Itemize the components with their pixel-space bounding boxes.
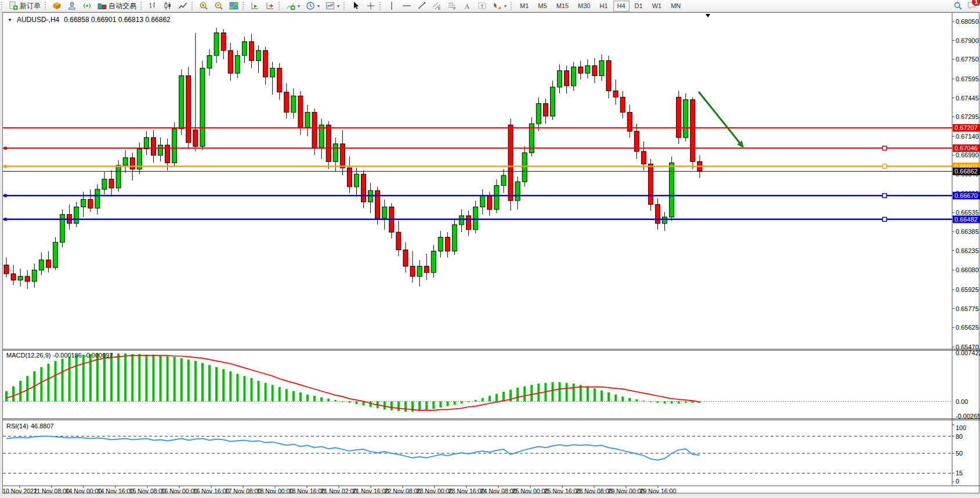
line-handle-right[interactable] (883, 164, 887, 168)
timeframe-h4-button[interactable]: H4 (613, 1, 630, 12)
date-label: 18 Nov 00:00 (257, 488, 294, 494)
line-handle-left[interactable] (4, 194, 7, 197)
chevron-down-icon[interactable]: ▾ (337, 3, 339, 9)
signals-button[interactable] (79, 0, 95, 12)
candle-up (144, 138, 149, 149)
line-handle-right[interactable] (883, 217, 887, 221)
templates-button[interactable]: ▾ (323, 0, 342, 12)
candlestick-chart-button[interactable] (160, 0, 175, 12)
macd-histogram-bar (5, 391, 8, 402)
zoom-out-button[interactable] (211, 0, 226, 12)
horizontal-level-line[interactable] (3, 194, 952, 198)
new-order-button[interactable]: 新订单 (6, 0, 44, 12)
macd-histogram-bar (152, 355, 154, 401)
candle-down (677, 97, 681, 138)
symbol-period-label: AUDUSD-,H4 (17, 16, 59, 24)
price-tick-label: 0.67445 (956, 95, 979, 102)
timeframe-d1-button[interactable]: D1 (631, 1, 647, 12)
horizontal-line-icon (402, 1, 411, 10)
rsi-tick-label: 15 (956, 470, 963, 477)
candle-up (572, 67, 576, 86)
chart-shift-marker-icon[interactable] (706, 14, 710, 17)
periods-button[interactable]: ▾ (303, 0, 323, 12)
macd-tick-label: -0.002651 (956, 413, 980, 420)
chart-shift-button[interactable] (262, 0, 277, 12)
chevron-down-icon[interactable]: ▾ (298, 3, 300, 9)
candle-down (347, 168, 352, 187)
chevron-down-icon[interactable]: ▾ (317, 3, 320, 9)
candle-up (291, 96, 296, 112)
chevron-down-icon[interactable]: ▾ (504, 3, 507, 9)
crosshair-button[interactable] (363, 0, 378, 12)
line-handle-right[interactable] (883, 194, 887, 198)
timeframe-w1-button[interactable]: W1 (648, 1, 666, 12)
chart-canvas[interactable]: 0.680500.679000.677500.675950.674450.672… (3, 13, 980, 494)
window-menu-icon[interactable]: ▼ (8, 17, 12, 23)
fibonacci-button[interactable]: F (444, 0, 460, 12)
vertical-line-button[interactable] (384, 0, 399, 12)
date-label: 28 Nov 08:00 (576, 488, 613, 494)
macd-main-value: -0.000186 (53, 352, 82, 359)
candle-up (382, 207, 387, 219)
timeframe-m5-button[interactable]: M5 (534, 1, 551, 12)
horizontal-level-line[interactable] (3, 164, 952, 168)
candle-down (4, 265, 9, 274)
macd-histogram-bar (418, 402, 421, 412)
timeframe-m1-button[interactable]: M1 (516, 1, 533, 12)
ohlc-values: 0.66858 0.66901 0.66813 0.66862 (64, 16, 171, 24)
new-chart-button[interactable] (49, 0, 64, 12)
line-handle-left[interactable] (4, 147, 7, 150)
text-label-button[interactable]: T (475, 0, 490, 12)
trendline-button[interactable] (414, 0, 429, 12)
cursor-icon (351, 1, 360, 10)
trendline-icon (417, 1, 426, 10)
bar-chart-button[interactable] (145, 0, 160, 12)
candle-up (95, 189, 100, 208)
svg-text:0.67207: 0.67207 (954, 124, 978, 131)
macd-histogram-bar (348, 402, 350, 403)
autotrading-button[interactable]: 自动交易 (95, 0, 139, 12)
auto-scroll-button[interactable] (247, 0, 262, 12)
equidistant-channel-button[interactable]: E (429, 0, 444, 12)
horizontal-line-button[interactable] (399, 0, 414, 12)
line-chart-button[interactable] (175, 0, 190, 12)
candle-down (424, 266, 429, 273)
line-handle-right[interactable] (883, 146, 887, 150)
macd-histogram-bar (306, 395, 309, 402)
cursor-button[interactable] (348, 0, 363, 12)
candle-down (690, 100, 695, 162)
macd-signal-value: -0.000097 (84, 352, 113, 359)
timeframe-mn-button[interactable]: MN (667, 1, 685, 12)
rsi-line (6, 436, 700, 460)
new-order-icon (9, 1, 18, 10)
date-label: 21 Nov 02:00 (321, 488, 357, 494)
notifications-button[interactable]: 1 (967, 1, 977, 12)
text-button[interactable]: A (460, 0, 475, 12)
macd-histogram-bar (453, 402, 455, 405)
macd-name: MACD(12,26,9) (6, 352, 50, 359)
macd-pane (5, 353, 701, 412)
zoom-in-button[interactable] (196, 0, 211, 12)
candle-down (228, 50, 233, 73)
candle-down (592, 66, 597, 75)
candle-up (235, 56, 240, 73)
timeframe-h1-button[interactable]: H1 (595, 1, 612, 12)
tile-windows-button[interactable] (226, 0, 241, 12)
trend-arrow-annotation[interactable] (699, 92, 744, 148)
macd-histogram-bar (587, 387, 589, 402)
macd-histogram-bar (496, 394, 498, 402)
line-handle-left[interactable] (4, 218, 7, 221)
search-icon[interactable] (953, 1, 963, 10)
line-handle-left[interactable] (4, 165, 7, 168)
timeframe-m15-button[interactable]: M15 (552, 1, 573, 12)
candle-up (494, 186, 499, 210)
candle-up (473, 207, 478, 230)
timeframe-m30-button[interactable]: M30 (574, 1, 594, 12)
indicators-button[interactable]: ▾ (283, 0, 303, 12)
candle-up (515, 182, 520, 201)
arrows-button[interactable]: ▾ (490, 0, 509, 12)
bar-chart-icon (148, 1, 157, 10)
text-label-icon: T (478, 1, 487, 10)
toolbar-grip (243, 2, 245, 10)
profiles-button[interactable] (64, 0, 79, 12)
